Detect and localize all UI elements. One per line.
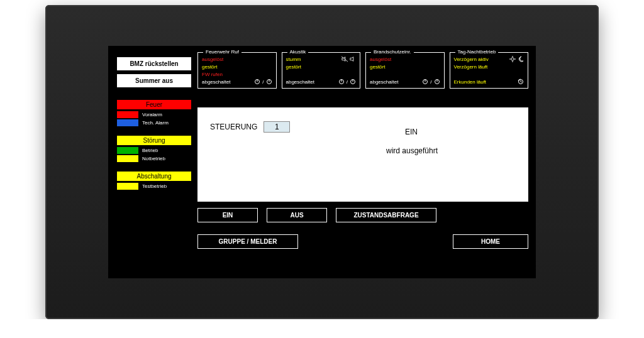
indicator-betrieb: Betrieb [117, 146, 191, 155]
horn-mute-icon[interactable] [341, 56, 356, 62]
group-header-fire: Feuer [117, 100, 191, 109]
gruppe-melder-button[interactable]: GRUPPE / MELDER [197, 234, 298, 249]
left-column: BMZ rückstellen Summer aus Feuer Voralar… [117, 57, 191, 190]
group-header-disable: Abschaltung [117, 172, 191, 181]
power-toggle-icon[interactable]: / [254, 79, 272, 85]
clock-reset-icon[interactable] [518, 79, 524, 85]
indicator-betrieb-light [117, 147, 138, 154]
zustand-button[interactable]: ZUSTANDSABFRAGE [336, 208, 436, 222]
day-night-icon [509, 56, 524, 62]
home-button[interactable]: HOME [453, 234, 528, 249]
status-group-disable: Abschaltung Testbetrieb [117, 172, 191, 190]
power-toggle-icon[interactable]: / [422, 79, 440, 85]
screen: BMZ rückstellen Summer aus Feuer Voralar… [108, 46, 536, 278]
indicator-tech-alarm-light [117, 119, 138, 126]
indicator-voralarm-light [117, 111, 138, 118]
indicator-tech-alarm: Tech. Alarm [117, 119, 191, 127]
control-state: EIN [405, 128, 418, 136]
main-display: STEUERUNG 1 EIN wird ausgeführt [197, 107, 528, 202]
buzzer-off-button[interactable]: Summer aus [117, 74, 191, 87]
panel-brandschutz: Brandschutzeinr. ausgelöst gestört abges… [365, 52, 445, 89]
indicator-notbetrieb: Notbetrieb [117, 155, 191, 163]
power-toggle-icon[interactable]: / [338, 79, 356, 85]
panel-feuerwehr-ruf: Feuerwehr Ruf ausgelöst gestört FW rufen… [197, 52, 277, 89]
top-status-row: Feuerwehr Ruf ausgelöst gestört FW rufen… [197, 52, 528, 89]
ein-button[interactable]: EIN [197, 208, 258, 222]
bmz-reset-button[interactable]: BMZ rückstellen [117, 57, 191, 70]
indicator-testbetrieb: Testbetrieb [117, 182, 191, 190]
group-header-fault: Störung [117, 136, 191, 145]
action-row-1: EIN AUS ZUSTANDSABFRAGE [197, 208, 528, 222]
indicator-notbetrieb-light [117, 155, 138, 162]
control-value-box[interactable]: 1 [264, 121, 290, 133]
action-row-2: GRUPPE / MELDER HOME [197, 234, 528, 249]
indicator-testbetrieb-light [117, 183, 138, 190]
control-label: STEUERUNG [210, 123, 257, 131]
panel-akustik: Akustik stumm gestört abgeschaltet / [282, 52, 361, 89]
aus-button[interactable]: AUS [267, 208, 327, 222]
status-group-fire: Feuer Voralarm Tech. Alarm [117, 100, 191, 127]
control-message: wird ausgeführt [386, 146, 438, 155]
svg-point-13 [511, 58, 514, 60]
status-group-fault: Störung Betrieb Notbetrieb [117, 136, 191, 163]
indicator-voralarm: Voralarm [117, 111, 191, 119]
device-bezel: BMZ rückstellen Summer aus Feuer Voralar… [45, 5, 599, 319]
panel-tag-nacht: Tag-Nachtbetrieb Verzögern aktiv Verzöge… [450, 52, 529, 89]
